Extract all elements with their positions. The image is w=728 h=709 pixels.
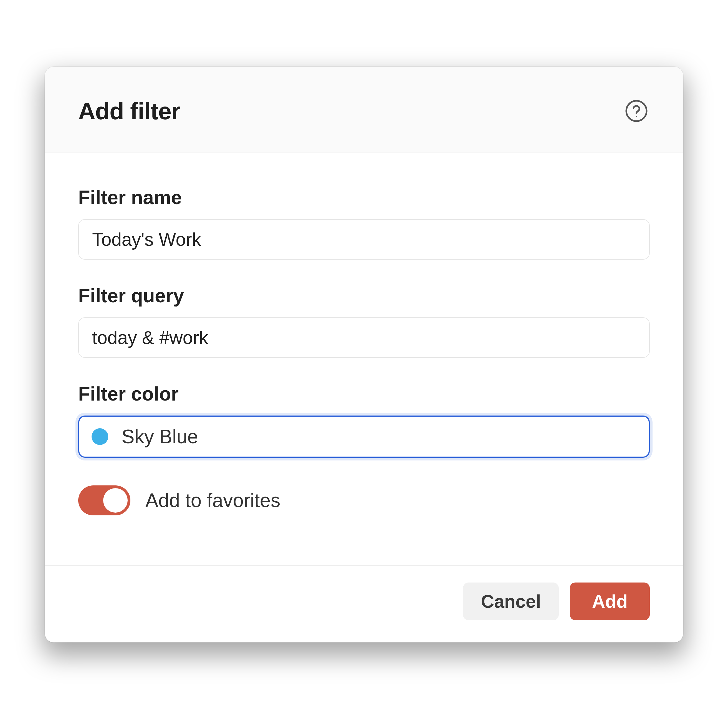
add-to-favorites-toggle[interactable] (78, 486, 130, 515)
filter-query-field: Filter query (78, 284, 650, 358)
cancel-button[interactable]: Cancel (463, 582, 559, 620)
modal-footer: Cancel Add (45, 565, 683, 642)
filter-name-field: Filter name (78, 187, 650, 260)
filter-color-value: Sky Blue (121, 426, 198, 448)
help-circle-icon (624, 99, 649, 123)
svg-point-0 (626, 101, 646, 121)
toggle-knob-icon (103, 488, 128, 513)
modal-body: Filter name Filter query Filter color Sk… (45, 153, 683, 565)
svg-point-1 (636, 116, 637, 117)
add-to-favorites-label: Add to favorites (145, 489, 280, 512)
filter-name-label: Filter name (78, 187, 650, 209)
help-button[interactable] (623, 98, 650, 124)
filter-color-field: Filter color Sky Blue (78, 383, 650, 458)
add-filter-modal: Add filter Filter name Filter query (45, 67, 683, 642)
modal-header: Add filter (45, 67, 683, 153)
modal-title: Add filter (78, 97, 180, 125)
filter-name-input[interactable] (78, 219, 650, 260)
filter-query-label: Filter query (78, 284, 650, 307)
filter-query-input[interactable] (78, 317, 650, 358)
color-swatch-icon (92, 428, 108, 445)
filter-color-label: Filter color (78, 383, 650, 405)
add-to-favorites-row: Add to favorites (78, 469, 650, 549)
filter-color-select[interactable]: Sky Blue (78, 416, 650, 458)
add-button[interactable]: Add (570, 582, 650, 620)
